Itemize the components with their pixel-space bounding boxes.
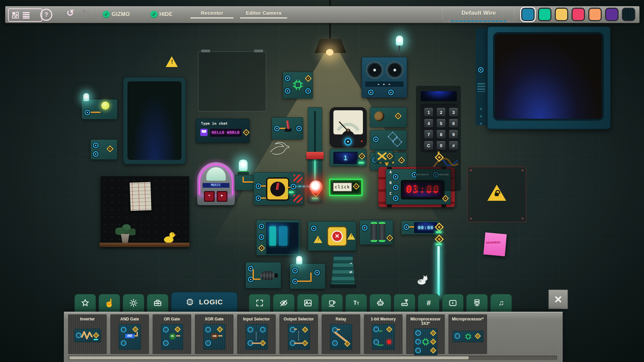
port-blue[interactable] bbox=[393, 195, 398, 201]
bulb-gadget[interactable] bbox=[290, 263, 325, 289]
wire-color-swatch[interactable] bbox=[521, 8, 535, 21]
locked-panel[interactable] bbox=[467, 167, 526, 222]
keypad-key-0[interactable]: 0 bbox=[437, 141, 445, 149]
part-card[interactable]: Microprocessor 3X3* bbox=[406, 314, 445, 354]
port-blue[interactable] bbox=[292, 268, 298, 274]
left-tablet-screen[interactable] bbox=[123, 77, 186, 164]
part-card[interactable]: OR Gate OR bbox=[153, 314, 191, 354]
part-card[interactable]: XOR Gate XOR bbox=[195, 314, 233, 354]
port-blue[interactable] bbox=[285, 75, 290, 81]
tab-star[interactable] bbox=[74, 294, 96, 312]
port-blue[interactable] bbox=[404, 224, 409, 230]
tab-cup[interactable] bbox=[321, 294, 343, 312]
click-button-gadget[interactable]: click bbox=[329, 179, 363, 196]
click-label-plate[interactable]: click bbox=[333, 182, 352, 192]
part-card[interactable]: Inverter bbox=[68, 314, 107, 354]
laser-emitter[interactable] bbox=[434, 221, 446, 298]
port-blue[interactable] bbox=[296, 126, 302, 131]
port-blue[interactable] bbox=[85, 110, 90, 115]
tape-recorder[interactable]: ◄ ▪ ► bbox=[362, 57, 407, 98]
keypad-key-C[interactable]: C bbox=[424, 141, 433, 149]
tab-music[interactable]: ♫ bbox=[490, 294, 512, 312]
part-card[interactable]: 1-bit Memory SET RESET bbox=[364, 314, 402, 354]
tab-video[interactable] bbox=[442, 294, 464, 312]
help-icon[interactable]: ? bbox=[40, 9, 52, 21]
tab-router[interactable] bbox=[394, 294, 415, 312]
keypad-key-1[interactable]: 1 bbox=[424, 108, 433, 116]
scrollbar-thumb[interactable] bbox=[69, 356, 469, 359]
chat-screen[interactable]: HELLO WORLD bbox=[210, 128, 242, 137]
port-blue[interactable] bbox=[259, 224, 264, 229]
tab-sun[interactable] bbox=[123, 294, 144, 312]
switch-lever[interactable] bbox=[286, 120, 290, 129]
port-yellow[interactable] bbox=[386, 153, 393, 160]
tab-robot[interactable] bbox=[370, 294, 391, 312]
port-blue[interactable] bbox=[373, 136, 379, 142]
port-yellow[interactable] bbox=[395, 113, 401, 119]
warning-triangle-gadget[interactable]: ! bbox=[166, 56, 178, 67]
port-yellow[interactable] bbox=[107, 145, 113, 152]
motor-gadget[interactable] bbox=[246, 262, 281, 288]
port-blue[interactable] bbox=[314, 270, 320, 276]
wire-cross-gadget[interactable] bbox=[375, 150, 393, 162]
bulb-on-stand[interactable] bbox=[393, 36, 407, 57]
port-yellow[interactable] bbox=[359, 153, 365, 160]
port-yellow[interactable] bbox=[243, 129, 250, 136]
recenter-button[interactable]: Recenter bbox=[191, 10, 233, 18]
port-yellow[interactable] bbox=[435, 223, 444, 232]
keypad-gadget[interactable]: 123456789C0# bbox=[420, 89, 458, 162]
port-blue[interactable] bbox=[93, 142, 99, 148]
undo-icon[interactable]: ↺ bbox=[66, 8, 74, 18]
tab-toolbox[interactable] bbox=[147, 294, 168, 312]
random-gadget[interactable] bbox=[370, 130, 407, 150]
part-card[interactable]: AND Gate AND bbox=[110, 314, 149, 354]
port-blue[interactable] bbox=[388, 89, 394, 95]
keypad-key-2[interactable]: 2 bbox=[437, 108, 445, 116]
battery-gadget[interactable] bbox=[360, 220, 393, 245]
tab-eye-off[interactable] bbox=[273, 294, 294, 312]
port-blue[interactable] bbox=[93, 151, 99, 157]
port-yellow[interactable] bbox=[435, 235, 444, 244]
cat-figure[interactable] bbox=[417, 274, 429, 285]
port-blue[interactable] bbox=[393, 185, 398, 190]
port-blue[interactable] bbox=[285, 88, 290, 94]
tab-logic[interactable]: LOGIC bbox=[171, 292, 237, 312]
slider-handle[interactable] bbox=[306, 152, 324, 159]
counter-display-gadget[interactable]: 1 bbox=[330, 149, 367, 166]
port-blue[interactable] bbox=[305, 88, 311, 94]
tab-fullscreen[interactable] bbox=[249, 294, 270, 312]
default-wire-selector[interactable]: Default Wire ◄ ► bbox=[442, 8, 515, 22]
crt-monitor[interactable] bbox=[487, 26, 611, 129]
port-blue[interactable] bbox=[344, 138, 352, 145]
tab-server[interactable] bbox=[466, 294, 488, 312]
keypad-key-3[interactable]: 3 bbox=[449, 108, 458, 116]
bellows-gadget[interactable]: → ⇄ bbox=[330, 253, 356, 288]
port-blue[interactable] bbox=[362, 225, 368, 231]
coin-sensor-gadget[interactable] bbox=[370, 107, 407, 127]
port-yellow[interactable] bbox=[435, 153, 444, 162]
keypad-key-9[interactable]: 9 bbox=[449, 130, 458, 138]
red-led-button[interactable] bbox=[309, 180, 323, 194]
close-panel-button[interactable]: ✕ bbox=[548, 290, 568, 309]
rotary-switch[interactable] bbox=[266, 177, 289, 201]
wire-color-swatch[interactable] bbox=[588, 8, 602, 21]
port-blue[interactable] bbox=[290, 184, 296, 189]
keypad-key-5[interactable]: 5 bbox=[437, 119, 445, 127]
port-yellow[interactable] bbox=[386, 235, 393, 241]
port-blue[interactable] bbox=[274, 126, 280, 131]
analog-meter-gadget[interactable] bbox=[330, 107, 367, 147]
keypad-key-#[interactable]: # bbox=[449, 141, 458, 149]
rubber-duck[interactable] bbox=[163, 231, 176, 243]
scope-gadget[interactable] bbox=[256, 220, 300, 255]
wire-color-swatch[interactable] bbox=[572, 8, 585, 21]
port-yellow[interactable] bbox=[398, 157, 405, 164]
keypad-key-6[interactable]: 6 bbox=[449, 119, 458, 127]
mounting-frame[interactable] bbox=[198, 51, 266, 112]
skip-button[interactable]: » bbox=[204, 191, 215, 202]
jukebox-gadget[interactable]: MUSIC » ▶ bbox=[197, 162, 235, 205]
toggle-switch-gadget[interactable] bbox=[272, 117, 303, 139]
part-card[interactable]: Microprocessor* bbox=[448, 314, 487, 354]
small-port-board[interactable] bbox=[91, 139, 117, 160]
tab-text[interactable]: TT bbox=[345, 294, 367, 312]
play-button[interactable]: ▶ bbox=[217, 191, 227, 202]
